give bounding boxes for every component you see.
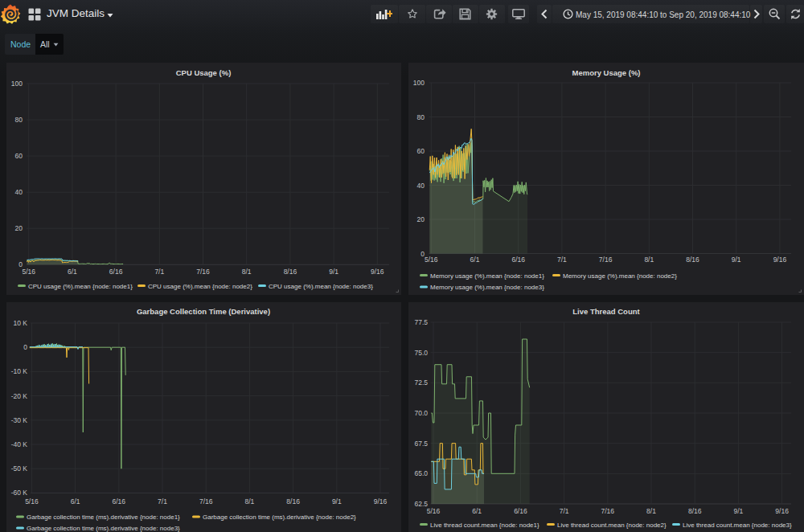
svg-text:8/16: 8/16 xyxy=(688,507,702,515)
svg-text:Garbage collection time (ms).d: Garbage collection time (ms).derivative … xyxy=(203,514,356,521)
svg-text:72.5: 72.5 xyxy=(414,379,428,387)
svg-text:8/16: 8/16 xyxy=(284,268,297,276)
svg-text:5/16: 5/16 xyxy=(25,497,39,505)
svg-text:9/1: 9/1 xyxy=(329,268,338,276)
svg-text:7/1: 7/1 xyxy=(154,268,164,276)
svg-text:9/16: 9/16 xyxy=(371,268,384,276)
svg-text:9/16: 9/16 xyxy=(775,507,789,515)
svg-text:100: 100 xyxy=(413,79,425,87)
svg-text:67.5: 67.5 xyxy=(414,440,428,448)
svg-text:10 K: 10 K xyxy=(14,319,28,327)
svg-text:80: 80 xyxy=(15,116,23,124)
svg-text:6/1: 6/1 xyxy=(470,256,480,264)
svg-text:0: 0 xyxy=(18,260,23,268)
svg-text:CPU usage (%).mean {node: node: CPU usage (%).mean {node: node1} xyxy=(28,283,133,290)
svg-text:20: 20 xyxy=(417,215,425,223)
svg-text:5/16: 5/16 xyxy=(22,268,35,276)
svg-text:7/1: 7/1 xyxy=(158,497,167,505)
svg-text:Memory usage (%).mean {node: n: Memory usage (%).mean {node: node2} xyxy=(563,272,677,280)
svg-text:8/1: 8/1 xyxy=(646,507,656,515)
svg-text:Live thread count.mean {node:: Live thread count.mean {node: node3} xyxy=(683,522,792,529)
svg-text:CPU usage (%).mean {node: node: CPU usage (%).mean {node: node3} xyxy=(269,283,373,290)
svg-text:7/16: 7/16 xyxy=(599,256,613,264)
svg-text:40: 40 xyxy=(417,182,425,190)
svg-text:Memory usage (%).mean {node: n: Memory usage (%).mean {node: node3} xyxy=(430,284,544,291)
svg-text:20: 20 xyxy=(15,224,23,232)
svg-text:100: 100 xyxy=(11,80,23,88)
svg-text:7/16: 7/16 xyxy=(199,497,213,505)
svg-text:Memory Usage (%): Memory Usage (%) xyxy=(572,68,641,77)
svg-text:40: 40 xyxy=(15,188,23,196)
svg-text:9/16: 9/16 xyxy=(773,256,787,264)
svg-text:8/1: 8/1 xyxy=(644,256,654,264)
svg-text:Garbage Collection Time (Deriv: Garbage Collection Time (Derivative) xyxy=(137,307,270,316)
svg-text:77.5: 77.5 xyxy=(414,318,428,326)
svg-text:62.5: 62.5 xyxy=(414,500,428,508)
svg-text:6/1: 6/1 xyxy=(472,507,482,515)
svg-text:60: 60 xyxy=(417,147,425,155)
svg-text:8/16: 8/16 xyxy=(286,497,300,505)
svg-text:65.0: 65.0 xyxy=(414,469,428,477)
svg-text:Garbage collection time (ms).d: Garbage collection time (ms).derivative … xyxy=(27,525,180,532)
svg-text:9/1: 9/1 xyxy=(732,256,741,264)
svg-text:8/1: 8/1 xyxy=(242,268,252,276)
svg-text:9/16: 9/16 xyxy=(374,497,388,505)
svg-text:9/1: 9/1 xyxy=(733,507,743,515)
svg-text:0: 0 xyxy=(420,250,425,258)
svg-text:-50 K: -50 K xyxy=(11,464,28,473)
svg-text:60: 60 xyxy=(15,152,23,160)
svg-text:6/1: 6/1 xyxy=(71,497,80,505)
svg-text:-40 K: -40 K xyxy=(11,440,28,448)
svg-text:Live thread count.mean {node:: Live thread count.mean {node: node2} xyxy=(557,522,667,529)
svg-text:75.0: 75.0 xyxy=(414,349,428,357)
svg-text:Garbage collection time (ms).d: Garbage collection time (ms).derivative … xyxy=(27,514,180,521)
svg-text:8/1: 8/1 xyxy=(244,497,254,505)
svg-text:6/16: 6/16 xyxy=(109,268,123,276)
svg-text:8/16: 8/16 xyxy=(686,256,699,264)
svg-text:5/16: 5/16 xyxy=(425,256,438,264)
svg-text:6/1: 6/1 xyxy=(68,268,77,276)
svg-text:CPU Usage (%): CPU Usage (%) xyxy=(176,68,232,77)
svg-text:-10 K: -10 K xyxy=(11,367,28,375)
svg-text:Live thread count.mean {node:: Live thread count.mean {node: node1} xyxy=(430,522,539,529)
svg-text:6/16: 6/16 xyxy=(514,507,527,515)
svg-text:-30 K: -30 K xyxy=(11,416,28,424)
svg-text:Live Thread Count: Live Thread Count xyxy=(572,307,640,316)
svg-text:7/1: 7/1 xyxy=(557,256,567,264)
svg-text:80: 80 xyxy=(417,113,425,121)
svg-text:6/16: 6/16 xyxy=(113,497,126,505)
svg-text:0: 0 xyxy=(23,343,27,351)
svg-text:9/1: 9/1 xyxy=(332,497,342,505)
svg-text:5/16: 5/16 xyxy=(427,507,441,515)
svg-text:7/16: 7/16 xyxy=(601,507,615,515)
svg-text:6/16: 6/16 xyxy=(511,256,525,264)
svg-text:-60 K: -60 K xyxy=(11,489,28,497)
svg-text:7/1: 7/1 xyxy=(560,507,569,515)
svg-text:7/16: 7/16 xyxy=(196,268,210,276)
svg-text:Memory usage (%).mean {node: n: Memory usage (%).mean {node: node1} xyxy=(430,272,544,280)
svg-text:70.0: 70.0 xyxy=(414,409,428,417)
svg-text:CPU usage (%).mean {node: node: CPU usage (%).mean {node: node2} xyxy=(148,283,252,290)
svg-text:-20 K: -20 K xyxy=(11,392,28,400)
